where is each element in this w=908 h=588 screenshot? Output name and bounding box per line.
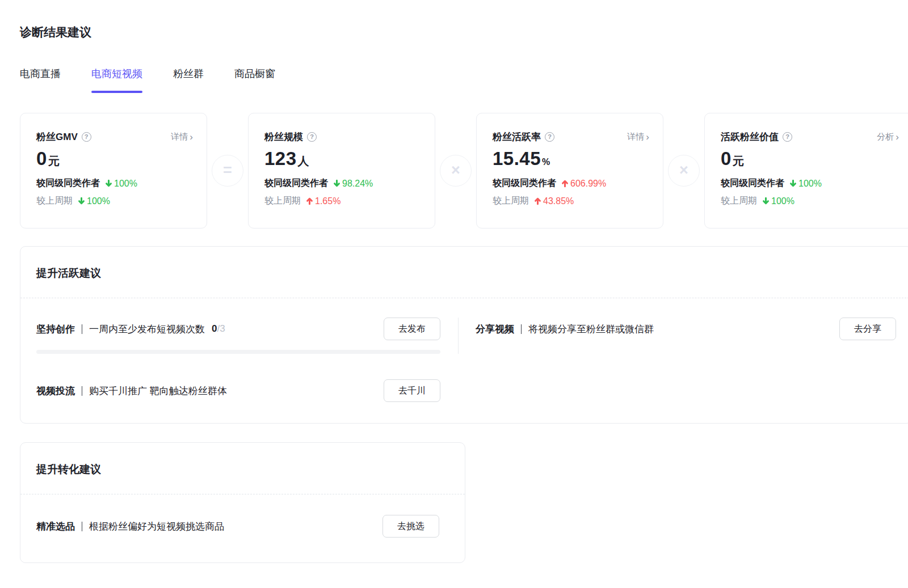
prev-period-label: 较上周期 [721, 195, 757, 207]
detail-link[interactable]: 详情 › [171, 132, 193, 142]
delta-percent: 43.85% [543, 196, 574, 206]
prev-period-comparison: 较上周期 43.85% [493, 195, 649, 207]
analysis-link[interactable]: 分析 › [877, 132, 899, 142]
conversion-suggestions-panel: 提升转化建议 精准选品 根据粉丝偏好为短视频挑选商品 去挑选 [20, 442, 465, 563]
task-name: 精准选品 [36, 520, 75, 533]
formula-operator: × [663, 113, 704, 229]
prev-period-comparison: 较上周期 100% [721, 195, 899, 207]
chevron-right-icon: › [190, 132, 193, 142]
peer-comparison-label: 较同级同类作者 [264, 177, 328, 189]
prev-period-value: 1.65% [305, 196, 340, 206]
arrow-up-icon [305, 197, 314, 205]
column-divider-cell [440, 318, 476, 354]
card-value-unit: 人 [298, 154, 309, 169]
task-keep-creating: 坚持创作 一周内至少发布短视频次数 0/3 去发布 [36, 318, 440, 354]
prev-period-label: 较上周期 [36, 195, 73, 207]
go-publish-button[interactable]: 去发布 [384, 318, 440, 340]
panel-title: 提升活跃建议 [20, 247, 908, 298]
task-name: 分享视频 [476, 323, 514, 336]
multiply-icon: × [668, 155, 700, 187]
go-qianchuan-button[interactable]: 去千川 [384, 379, 440, 402]
peer-comparison: 较同级同类作者 100% [36, 177, 193, 189]
delta-percent: 100% [771, 196, 794, 206]
task-description: 根据粉丝偏好为短视频挑选商品 [89, 520, 224, 533]
tab-fan-group[interactable]: 粉丝群 [173, 67, 204, 93]
metric-card-active-fan-value: 活跃粉丝价值 ? 分析 › 0 元 较同级同类作者 100% 较上周期 100% [704, 113, 908, 229]
pipe-divider [82, 386, 82, 396]
peer-comparison: 较同级同类作者 606.99% [493, 177, 649, 189]
task-description: 将视频分享至粉丝群或微信群 [528, 323, 654, 336]
pipe-divider [521, 324, 522, 334]
tab-ecommerce-short-video[interactable]: 电商短视频 [91, 67, 142, 93]
chevron-right-icon: › [896, 132, 899, 142]
card-title: 粉丝活跃率 [493, 130, 541, 143]
tab-label: 粉丝群 [173, 68, 204, 79]
task-share-video: 分享视频 将视频分享至粉丝群或微信群 去分享 [476, 318, 896, 354]
go-select-button[interactable]: 去挑选 [382, 515, 439, 538]
pipe-divider [82, 324, 82, 334]
peer-comparison: 较同级同类作者 100% [721, 177, 899, 189]
card-value-number: 123 [264, 148, 297, 170]
help-icon[interactable]: ? [545, 132, 554, 142]
card-value: 0 元 [721, 148, 899, 170]
card-value-unit: 元 [48, 154, 60, 169]
tab-label: 商品橱窗 [234, 68, 275, 79]
pipe-divider [82, 522, 82, 531]
arrow-down-icon [104, 179, 113, 188]
panel-title: 提升转化建议 [20, 443, 465, 494]
equals-icon: = [212, 155, 243, 187]
metric-card-fan-activity-rate: 粉丝活跃率 ? 详情 › 15.45 % 较同级同类作者 606.99% 较上周… [476, 113, 663, 229]
card-value-number: 0 [36, 148, 47, 170]
detail-link-label: 详情 [627, 132, 644, 142]
task-description: 购买千川推广 靶向触达粉丝群体 [89, 384, 227, 397]
prev-period-label: 较上周期 [493, 195, 529, 207]
tab-ecommerce-live[interactable]: 电商直播 [20, 67, 61, 93]
card-value-unit: % [542, 157, 550, 167]
task-description: 一周内至少发布短视频次数 [89, 323, 205, 336]
active-tab-underline [91, 91, 142, 93]
peer-comparison: 较同级同类作者 98.24% [264, 177, 421, 189]
metric-card-fan-gmv: 粉丝GMV ? 详情 › 0 元 较同级同类作者 100% 较上周期 100% [20, 113, 207, 229]
prev-period-comparison: 较上周期 100% [36, 195, 193, 207]
delta-percent: 100% [798, 179, 822, 189]
card-value-number: 0 [721, 148, 732, 170]
task-name: 坚持创作 [36, 323, 75, 336]
prev-period-value: 43.85% [533, 196, 574, 206]
help-icon[interactable]: ? [783, 132, 792, 142]
card-value-number: 15.45 [493, 148, 541, 170]
detail-link-label: 详情 [171, 132, 188, 142]
arrow-down-icon [333, 179, 341, 188]
delta-percent: 606.99% [570, 179, 606, 189]
peer-comparison-value: 100% [789, 179, 822, 189]
arrow-down-icon [77, 197, 86, 205]
delta-percent: 1.65% [315, 196, 340, 206]
prev-period-value: 100% [77, 196, 110, 206]
card-title: 活跃粉丝价值 [721, 130, 779, 143]
peer-comparison-value: 100% [104, 179, 137, 189]
metric-card-fan-scale: 粉丝规模 ? 123 人 较同级同类作者 98.24% 较上周期 1.65% [248, 113, 435, 229]
analysis-link-label: 分析 [877, 132, 894, 142]
peer-comparison-label: 较同级同类作者 [493, 177, 556, 189]
peer-comparison-value: 98.24% [333, 179, 373, 189]
chevron-right-icon: › [646, 132, 649, 142]
card-value: 0 元 [36, 148, 193, 170]
count-total: /3 [217, 323, 225, 334]
help-icon[interactable]: ? [307, 132, 317, 142]
card-value-unit: 元 [733, 154, 744, 169]
peer-comparison-value: 606.99% [561, 179, 606, 189]
delta-percent: 100% [87, 196, 110, 206]
detail-link[interactable]: 详情 › [627, 132, 649, 142]
peer-comparison-label: 较同级同类作者 [36, 177, 100, 189]
tab-label: 电商短视频 [91, 68, 142, 79]
metric-cards-row: 粉丝GMV ? 详情 › 0 元 较同级同类作者 100% 较上周期 100% [20, 113, 908, 229]
help-icon[interactable]: ? [82, 132, 91, 142]
tab-product-showcase[interactable]: 商品橱窗 [234, 67, 275, 93]
task-progress-bar [36, 350, 440, 354]
prev-period-comparison: 较上周期 1.65% [264, 195, 421, 207]
peer-comparison-label: 较同级同类作者 [721, 177, 784, 189]
delta-percent: 100% [114, 179, 137, 189]
tab-bar: 电商直播 电商短视频 粉丝群 商品橱窗 [20, 67, 908, 93]
card-title: 粉丝GMV [36, 130, 78, 143]
go-share-button[interactable]: 去分享 [839, 318, 896, 340]
page-title: 诊断结果建议 [20, 24, 908, 40]
